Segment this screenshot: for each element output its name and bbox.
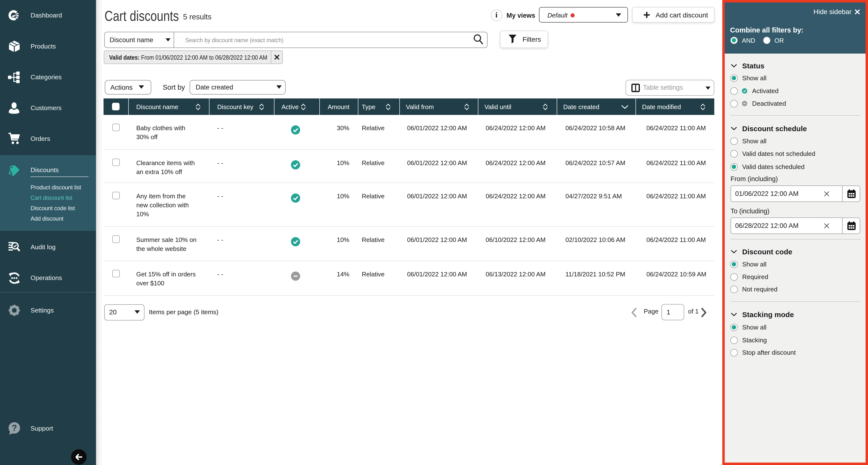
svg-text:?: ?	[12, 423, 17, 433]
